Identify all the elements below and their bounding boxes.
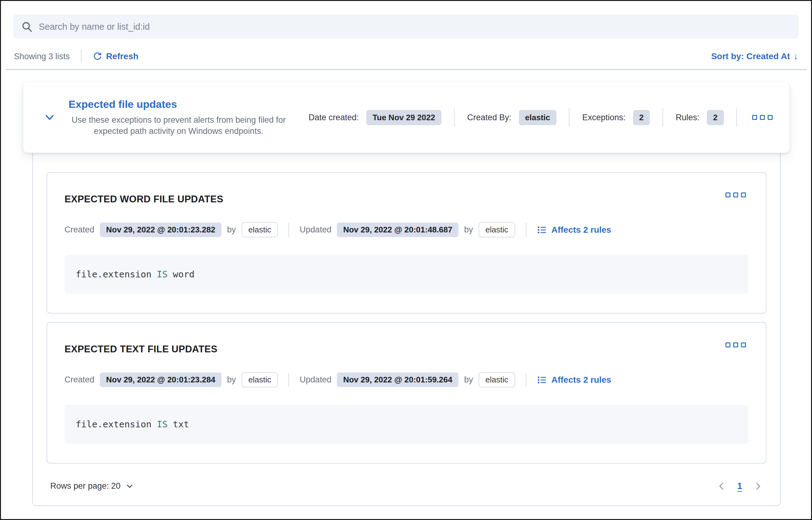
sort-by-label: Sort by: Created At (711, 51, 790, 61)
item-title: EXPECTED TEXT FILE UPDATES (65, 344, 217, 355)
affects-rules-link[interactable]: Affects 2 rules (537, 225, 611, 235)
list-overflow-menu-button[interactable] (750, 112, 775, 123)
boxes-horizontal-icon (760, 115, 765, 120)
item-overflow-menu-button[interactable] (723, 340, 748, 350)
created-by-group: Created By: elastic (467, 110, 557, 125)
date-created-label: Date created: (309, 113, 359, 123)
boxes-horizontal-icon (733, 342, 738, 347)
created-label: Created (65, 375, 94, 385)
shared-exception-lists-page: Showing 3 lists Refresh Sort by: Created… (0, 0, 812, 520)
meta-divider (526, 223, 526, 237)
rules-count-group: Rules: 2 (676, 110, 724, 125)
list-meta-bar: Date created: Tue Nov 29 2022 Created By… (309, 108, 775, 126)
pagination-prev-button[interactable] (717, 482, 726, 491)
boxes-horizontal-icon (741, 192, 746, 198)
search-input[interactable] (39, 22, 791, 32)
item-header: EXPECTED TEXT FILE UPDATES (65, 340, 748, 355)
chevron-left-icon (717, 482, 726, 491)
affects-rules-label: Affects 2 rules (551, 375, 611, 385)
horizontal-rule (5, 69, 807, 70)
exception-items-panel: EXPECTED WORD FILE UPDATES Created Nov 2… (32, 115, 781, 506)
exception-item-card: EXPECTED WORD FILE UPDATES Created Nov 2… (47, 172, 766, 314)
refresh-label: Refresh (106, 51, 138, 61)
refresh-button[interactable]: Refresh (93, 51, 138, 61)
meta-divider (569, 108, 569, 126)
condition-value: txt (173, 419, 189, 430)
collapse-list-button[interactable] (44, 111, 55, 123)
created-date-badge: Nov 29, 2022 @ 20:01:23.282 (100, 223, 221, 237)
condition-field: file.extension (76, 269, 151, 280)
pagination-page-1[interactable]: 1 (737, 481, 742, 491)
by-label: by (464, 375, 473, 385)
created-by-user-badge: elastic (242, 222, 278, 237)
meta-divider (663, 108, 663, 126)
showing-lists-count: Showing 3 lists (14, 52, 70, 61)
created-label: Created (65, 225, 94, 235)
updated-date-badge: Nov 29, 2022 @ 20:01:48.687 (337, 223, 459, 237)
condition-field: file.extension (76, 419, 151, 430)
item-title: EXPECTED WORD FILE UPDATES (65, 194, 223, 205)
date-created-badge: Tue Nov 29 2022 (366, 110, 441, 125)
updated-date-badge: Nov 29, 2022 @ 20:01:59.264 (337, 372, 459, 387)
condition-operator: IS (157, 419, 168, 430)
boxes-horizontal-icon (741, 342, 746, 347)
rules-label: Rules: (676, 113, 700, 123)
chevron-down-icon (44, 111, 55, 123)
list-title-block: Expected file updates Use these exceptio… (69, 98, 298, 137)
created-by-badge: elastic (519, 110, 557, 125)
meta-divider (289, 373, 289, 387)
by-label: by (227, 225, 236, 235)
affects-rules-label: Affects 2 rules (551, 225, 611, 235)
rows-per-page-label: Rows per page: 20 (50, 481, 121, 491)
list-icon (537, 375, 547, 385)
condition-operator: IS (157, 269, 168, 280)
exceptions-label: Exceptions: (582, 113, 625, 123)
item-meta-row: Created Nov 29, 2022 @ 20:01:23.282 by e… (65, 222, 748, 237)
by-label: by (227, 375, 236, 385)
list-description: Use these exceptions to prevent alerts f… (69, 114, 289, 137)
created-by-label: Created By: (467, 113, 512, 123)
item-header: EXPECTED WORD FILE UPDATES (65, 190, 748, 205)
item-meta-row: Created Nov 29, 2022 @ 20:01:23.284 by e… (65, 372, 748, 387)
meta-divider (289, 223, 289, 237)
chevron-down-icon (126, 482, 134, 490)
exceptions-count-group: Exceptions: 2 (582, 110, 650, 125)
condition-code-block: file.extensionIStxt (65, 405, 748, 444)
panel-footer: Rows per page: 20 1 (47, 481, 766, 491)
refresh-icon (93, 52, 102, 61)
meta-divider (736, 108, 737, 126)
rules-count-badge: 2 (707, 110, 723, 125)
boxes-horizontal-icon (768, 115, 772, 120)
boxes-horizontal-icon (733, 192, 738, 198)
search-bar[interactable] (13, 15, 799, 39)
list-icon (537, 225, 547, 235)
pagination: 1 (717, 481, 763, 491)
condition-code-block: file.extensionISword (65, 255, 748, 294)
meta-divider (454, 108, 455, 126)
sort-by-button[interactable]: Sort by: Created At ↓ (711, 51, 798, 61)
updated-label: Updated (300, 225, 331, 235)
date-created-group: Date created: Tue Nov 29 2022 (309, 110, 441, 125)
exception-item-card: EXPECTED TEXT FILE UPDATES Created Nov 2… (47, 322, 766, 464)
exceptions-count-badge: 2 (633, 110, 650, 125)
by-label: by (464, 225, 473, 235)
boxes-horizontal-icon (752, 115, 757, 120)
exception-list-card: Expected file updates Use these exceptio… (23, 82, 789, 153)
affects-rules-link[interactable]: Affects 2 rules (537, 375, 611, 385)
created-date-badge: Nov 29, 2022 @ 20:01:23.284 (100, 372, 221, 387)
list-title-link[interactable]: Expected file updates (69, 98, 177, 110)
boxes-horizontal-icon (725, 192, 731, 198)
updated-label: Updated (300, 375, 331, 385)
search-icon (21, 21, 32, 32)
created-by-user-badge: elastic (242, 372, 278, 387)
rows-per-page-button[interactable]: Rows per page: 20 (50, 481, 134, 491)
meta-divider (526, 373, 526, 387)
updated-by-user-badge: elastic (478, 222, 515, 237)
arrow-down-icon: ↓ (794, 51, 798, 61)
pagination-next-button[interactable] (754, 482, 763, 491)
utility-bar: Showing 3 lists Refresh Sort by: Created… (14, 49, 798, 63)
updated-by-user-badge: elastic (478, 372, 515, 387)
utility-divider (81, 50, 81, 63)
boxes-horizontal-icon (725, 342, 731, 347)
item-overflow-menu-button[interactable] (723, 190, 748, 200)
